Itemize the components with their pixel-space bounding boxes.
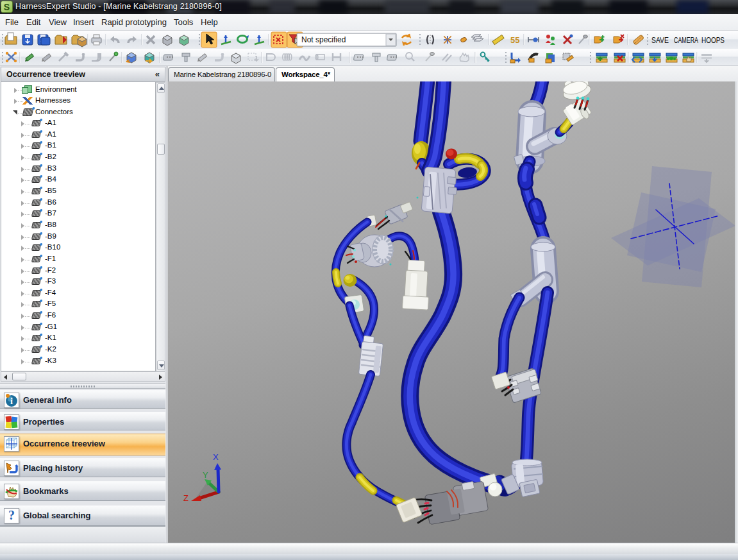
svg-text:SAVE: SAVE	[651, 36, 669, 45]
svg-text:Not specified: Not specified	[301, 35, 346, 44]
svg-text:i: i	[10, 396, 13, 406]
svg-text:Z: Z	[183, 493, 189, 503]
svg-text:CAMERA: CAMERA	[674, 36, 698, 45]
svg-text:Y: Y	[203, 470, 208, 480]
svg-text:HOOPS: HOOPS	[701, 36, 725, 45]
svg-text:55: 55	[510, 35, 519, 45]
svg-text:X: X	[213, 452, 219, 462]
svg-text:?: ?	[8, 509, 15, 522]
